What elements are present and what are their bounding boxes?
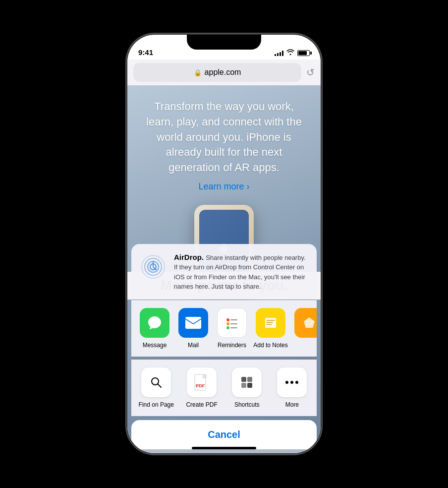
notes-app-label: Add to Notes bbox=[253, 342, 287, 349]
mail-app-icon bbox=[178, 308, 208, 338]
create-pdf-label: Create PDF bbox=[186, 401, 217, 408]
share-app-reminders[interactable]: Reminders bbox=[215, 308, 249, 349]
find-on-page-icon bbox=[141, 367, 171, 397]
home-indicator[interactable] bbox=[192, 447, 256, 449]
svg-rect-20 bbox=[203, 374, 207, 378]
airdrop-icon bbox=[139, 253, 167, 281]
svg-text:PDF: PDF bbox=[196, 383, 205, 388]
airdrop-title: AirDrop. bbox=[174, 253, 206, 261]
notes-app-icon bbox=[256, 308, 285, 338]
battery-icon bbox=[297, 50, 310, 56]
share-app-extra[interactable] bbox=[292, 308, 317, 349]
svg-point-27 bbox=[290, 381, 293, 384]
mail-app-label: Mail bbox=[188, 342, 199, 349]
phone-frame: 9:41 🔒 apple.com ↺ Tr bbox=[127, 35, 321, 453]
shortcuts-label: Shortcuts bbox=[234, 401, 260, 408]
find-on-page-label: Find on Page bbox=[139, 401, 174, 408]
share-apps-row: Message Mail bbox=[135, 308, 313, 349]
message-app-label: Message bbox=[143, 342, 167, 349]
message-app-icon bbox=[140, 308, 169, 338]
share-app-message[interactable]: Message bbox=[137, 308, 172, 349]
shortcuts-icon bbox=[232, 367, 262, 397]
svg-point-28 bbox=[295, 381, 298, 384]
airdrop-panel: AirDrop. Share instantly with people nea… bbox=[131, 244, 317, 300]
reload-button[interactable]: ↺ bbox=[306, 66, 315, 78]
share-sheet: AirDrop. Share instantly with people nea… bbox=[127, 244, 321, 453]
more-icon bbox=[277, 367, 307, 397]
share-actions-row: Find on Page PDF Create PDF bbox=[135, 367, 313, 408]
signal-bars-icon bbox=[275, 50, 283, 56]
svg-rect-24 bbox=[241, 383, 246, 388]
share-apps-panel: Message Mail bbox=[131, 300, 317, 357]
svg-rect-13 bbox=[265, 318, 276, 328]
url-text: apple.com bbox=[205, 68, 241, 77]
svg-rect-22 bbox=[241, 377, 246, 382]
svg-point-8 bbox=[226, 322, 229, 325]
web-headline: Transform the way you work, learn, play,… bbox=[139, 99, 309, 176]
more-label: More bbox=[285, 401, 299, 408]
svg-point-26 bbox=[285, 381, 288, 384]
action-more[interactable]: More bbox=[275, 367, 309, 408]
lock-icon: 🔒 bbox=[194, 69, 202, 76]
cancel-panel: Cancel bbox=[131, 420, 317, 449]
wifi-icon bbox=[286, 49, 294, 57]
share-app-mail[interactable]: Mail bbox=[176, 308, 211, 349]
cancel-button[interactable]: Cancel bbox=[131, 420, 317, 449]
create-pdf-icon: PDF bbox=[187, 367, 217, 397]
status-icons bbox=[275, 49, 310, 57]
status-time: 9:41 bbox=[138, 48, 153, 57]
url-bar[interactable]: 🔒 apple.com bbox=[133, 63, 301, 82]
reminders-app-label: Reminders bbox=[218, 342, 246, 349]
action-create-pdf[interactable]: PDF Create PDF bbox=[184, 367, 219, 408]
svg-rect-4 bbox=[185, 317, 201, 329]
svg-point-6 bbox=[226, 318, 229, 321]
action-find-on-page[interactable]: Find on Page bbox=[139, 367, 174, 408]
browser-bar: 🔒 apple.com ↺ bbox=[127, 60, 321, 85]
airdrop-text: AirDrop. Share instantly with people nea… bbox=[174, 253, 309, 292]
svg-rect-5 bbox=[223, 314, 241, 332]
svg-point-10 bbox=[226, 326, 229, 329]
notch bbox=[187, 35, 261, 50]
svg-rect-25 bbox=[247, 383, 252, 388]
svg-rect-23 bbox=[247, 377, 252, 382]
learn-more-link[interactable]: Learn more › bbox=[139, 182, 309, 192]
extra-app-icon bbox=[294, 308, 317, 338]
web-text-block: Transform the way you work, learn, play,… bbox=[127, 85, 321, 200]
share-app-notes[interactable]: Add to Notes bbox=[253, 308, 288, 349]
share-actions-panel: Find on Page PDF Create PDF bbox=[131, 360, 317, 416]
bottom-spacer bbox=[131, 449, 317, 453]
airdrop-title-text: AirDrop bbox=[174, 253, 202, 261]
reminders-app-icon bbox=[217, 308, 247, 338]
action-shortcuts[interactable]: Shortcuts bbox=[229, 367, 264, 408]
svg-line-18 bbox=[158, 384, 161, 387]
